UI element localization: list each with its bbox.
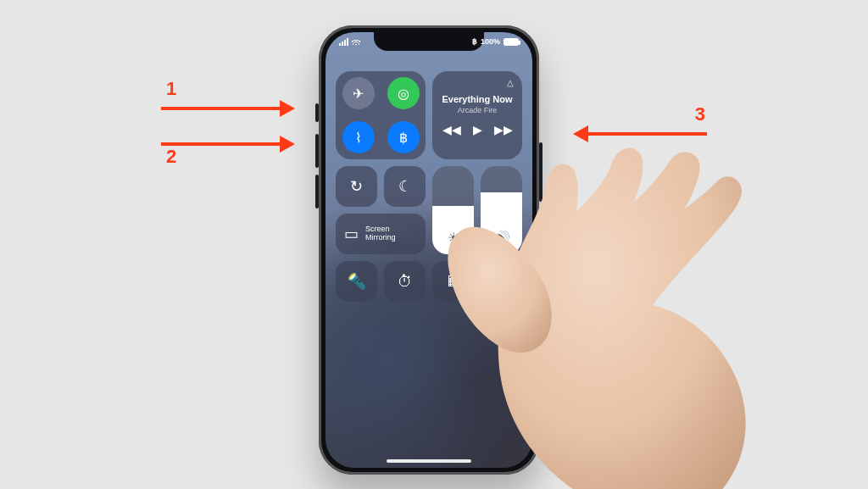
annotation-2-number: 2 — [161, 146, 181, 168]
camera-button[interactable]: 📷 — [481, 261, 522, 302]
bluetooth-status-icon: ฿ — [472, 38, 477, 46]
status-bar: ฿ 100% — [326, 37, 532, 46]
timer-button[interactable]: ⏱ — [384, 261, 426, 302]
orientation-lock-toggle[interactable]: ↻ — [336, 166, 377, 207]
iphone-frame: ฿ 100% ✈ ◎ ⌇ ฿ △ Everything Now Arcade F… — [319, 25, 539, 475]
screen-mirroring-icon: ▭ — [344, 225, 359, 243]
battery-icon — [504, 38, 519, 46]
now-playing-artist: Arcade Fire — [458, 106, 498, 114]
camera-icon: 📷 — [492, 272, 511, 291]
mute-switch[interactable] — [315, 103, 319, 122]
airplay-icon[interactable]: △ — [507, 78, 514, 87]
connectivity-tile[interactable]: ✈ ◎ ⌇ ฿ — [336, 71, 426, 159]
now-playing-title: Everything Now — [442, 94, 512, 104]
volume-up-button[interactable] — [315, 134, 319, 168]
brightness-icon: ☀ — [432, 230, 474, 246]
status-left — [339, 37, 360, 46]
bluetooth-toggle[interactable]: ฿ — [387, 121, 420, 153]
annotation-3-arrow-head — [573, 125, 588, 142]
phone-screen: ฿ 100% ✈ ◎ ⌇ ฿ △ Everything Now Arcade F… — [326, 32, 532, 468]
now-playing-tile[interactable]: △ Everything Now Arcade Fire ◀◀ ▶ ▶▶ — [432, 71, 522, 159]
volume-slider[interactable]: 🔊 — [481, 166, 522, 254]
volume-down-button[interactable] — [315, 175, 319, 208]
do-not-disturb-toggle[interactable]: ☾ — [384, 166, 426, 207]
airplane-icon: ✈ — [353, 86, 364, 102]
timer-icon: ⏱ — [398, 273, 413, 291]
media-prev-button[interactable]: ◀◀ — [442, 123, 461, 136]
annotation-1-arrow-head — [280, 100, 295, 117]
annotation-3-number: 3 — [690, 103, 710, 125]
annotation-3: 3 — [573, 125, 707, 142]
orientation-lock-icon: ↻ — [350, 177, 363, 196]
wifi-icon: ⌇ — [355, 130, 362, 146]
cellular-data-toggle[interactable]: ◎ — [387, 77, 420, 109]
flashlight-button[interactable]: 🔦 — [336, 261, 377, 302]
control-center: ✈ ◎ ⌇ ฿ △ Everything Now Arcade Fire ◀◀ … — [336, 71, 522, 302]
wifi-toggle[interactable]: ⌇ — [342, 121, 375, 153]
screen-mirroring-button[interactable]: ▭ Screen Mirroring — [336, 214, 426, 254]
calculator-icon: 🖩 — [446, 273, 461, 291]
cellular-signal-icon — [339, 38, 348, 46]
calculator-button[interactable]: 🖩 — [432, 261, 474, 302]
media-next-button[interactable]: ▶▶ — [494, 123, 513, 136]
annotation-2: 2 — [161, 136, 295, 153]
annotation-1-number: 1 — [161, 78, 181, 100]
home-indicator[interactable] — [387, 459, 471, 463]
volume-icon: 🔊 — [481, 230, 522, 246]
bluetooth-icon: ฿ — [399, 130, 408, 146]
moon-icon: ☾ — [398, 177, 412, 196]
wifi-status-icon — [352, 38, 360, 45]
annotation-1: 1 — [161, 100, 295, 117]
annotation-2-arrow-head — [280, 136, 295, 153]
battery-percent: 100% — [481, 37, 500, 46]
screen-mirroring-label: Screen Mirroring — [365, 225, 396, 242]
media-controls: ◀◀ ▶ ▶▶ — [442, 123, 513, 136]
connectivity-grid: ✈ ◎ ⌇ ฿ — [336, 71, 426, 159]
annotation-1-arrow-line — [161, 107, 280, 110]
annotation-3-arrow-line — [588, 132, 707, 136]
cellular-icon: ◎ — [398, 86, 409, 102]
media-play-button[interactable]: ▶ — [473, 123, 482, 136]
status-right: ฿ 100% — [472, 37, 519, 46]
brightness-slider[interactable]: ☀ — [432, 166, 474, 254]
airplane-mode-toggle[interactable]: ✈ — [342, 77, 375, 109]
side-power-button[interactable] — [539, 142, 542, 202]
flashlight-icon: 🔦 — [348, 272, 366, 291]
